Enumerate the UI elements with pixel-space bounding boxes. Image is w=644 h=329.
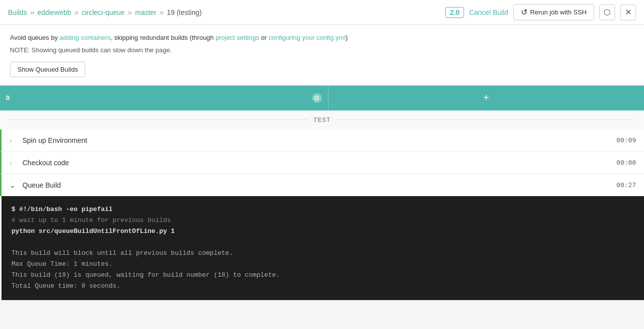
terminal-line: [11, 237, 634, 248]
step-name: Queue Build: [22, 181, 61, 189]
terminal-line: $ #!/bin/bash -eo pipefail: [11, 204, 634, 215]
step-time: 00:27: [617, 181, 636, 189]
main-content: 0 ⚙ + TEST › Spin up Environment 00:09 ›: [0, 86, 644, 301]
branch-link[interactable]: master: [135, 8, 157, 16]
rerun-button[interactable]: ↺ Rerun job with SSH: [513, 4, 594, 20]
cancel-build-button[interactable]: Cancel Build: [469, 8, 508, 16]
config-yml-link[interactable]: configuring your config.yml: [269, 34, 346, 41]
terminal-line: Max Queue Time: 1 minutes.: [11, 259, 634, 270]
sep2: »: [74, 8, 79, 17]
sep3: »: [128, 8, 132, 17]
steps-list: › Spin up Environment 00:09 › Checkout c…: [0, 129, 644, 301]
middle-text: , skipping redundant builds (through: [111, 34, 215, 41]
nav-icon-button[interactable]: ⬡: [599, 4, 615, 20]
show-queued-button[interactable]: Show Queued Builds: [10, 62, 85, 77]
repo-link[interactable]: circleci-queue: [82, 8, 125, 16]
terminal-line: This build (19) is queued, waiting for b…: [11, 270, 634, 281]
step-row[interactable]: › Checkout code 00:00: [0, 152, 644, 174]
step-row[interactable]: ⌄ Queue Build 00:27: [0, 174, 644, 196]
or-text: or: [259, 34, 269, 41]
step-time: 00:09: [617, 136, 636, 144]
nav-icon: ⬡: [604, 7, 611, 17]
step-time: 00:00: [617, 159, 636, 166]
org-link[interactable]: eddiewebb: [37, 8, 71, 16]
sep4: »: [160, 8, 164, 17]
sep1: »: [30, 8, 34, 17]
rerun-icon: ↺: [521, 7, 527, 17]
note-text: NOTE: Showing queued builds can slow dow…: [10, 45, 634, 56]
prefix-text: Avoid queues by: [10, 34, 60, 41]
chevron-down-icon: ⌄: [9, 181, 17, 189]
step-name: Checkout code: [22, 159, 69, 167]
suffix-text: ): [345, 34, 347, 41]
builds-link[interactable]: Builds: [8, 8, 27, 16]
build-number: 19 (testing): [167, 8, 202, 16]
adding-containers-link[interactable]: adding containers: [60, 34, 111, 41]
project-settings-link[interactable]: project settings: [215, 34, 259, 41]
step-row[interactable]: › Spin up Environment 00:09: [0, 129, 644, 152]
terminal-output: $ #!/bin/bash -eo pipefail # wait up to …: [1, 196, 644, 301]
step-left: › Checkout code: [9, 159, 69, 167]
step-left: ⌄ Queue Build: [9, 181, 61, 189]
timeline-num: 0: [6, 94, 9, 102]
header: Builds » eddiewebb » circleci-queue » ma…: [0, 0, 644, 25]
plus-icon: +: [483, 92, 489, 104]
timeline-row: 0 ⚙ +: [0, 86, 644, 110]
info-bar: Avoid queues by adding containers, skipp…: [0, 25, 644, 86]
section-label: TEST: [308, 116, 337, 123]
version-badge: 2.0: [445, 7, 464, 18]
breadcrumb: Builds » eddiewebb » circleci-queue » ma…: [8, 8, 202, 17]
chevron-icon: ›: [9, 136, 17, 144]
close-icon: ✕: [625, 7, 632, 17]
rerun-label: Rerun job with SSH: [530, 8, 587, 16]
terminal-line: Total Queue time: 0 seconds.: [11, 281, 634, 292]
terminal-line: This build will block until all previous…: [11, 248, 634, 259]
timeline-right: +: [328, 86, 644, 110]
divider-line-right: [336, 119, 634, 120]
step-name: Spin up Environment: [22, 136, 87, 144]
avoid-queues-text: Avoid queues by adding containers, skipp…: [10, 33, 634, 43]
dot-icon: ⚙: [314, 94, 320, 102]
chevron-icon: ›: [9, 159, 17, 167]
header-actions: 2.0 Cancel Build ↺ Rerun job with SSH ⬡ …: [445, 4, 636, 20]
terminal-line: python src/queueBuildUntilFrontOfLine.py…: [11, 226, 634, 237]
timeline-left: 0 ⚙: [0, 86, 328, 110]
step-left: › Spin up Environment: [9, 136, 87, 144]
terminal-line: # wait up to 1 minute for previous build…: [11, 215, 634, 226]
timeline-dot: ⚙: [312, 93, 322, 103]
section-divider: TEST: [0, 110, 644, 129]
divider-line-left: [10, 119, 308, 120]
close-icon-button[interactable]: ✕: [620, 4, 636, 20]
